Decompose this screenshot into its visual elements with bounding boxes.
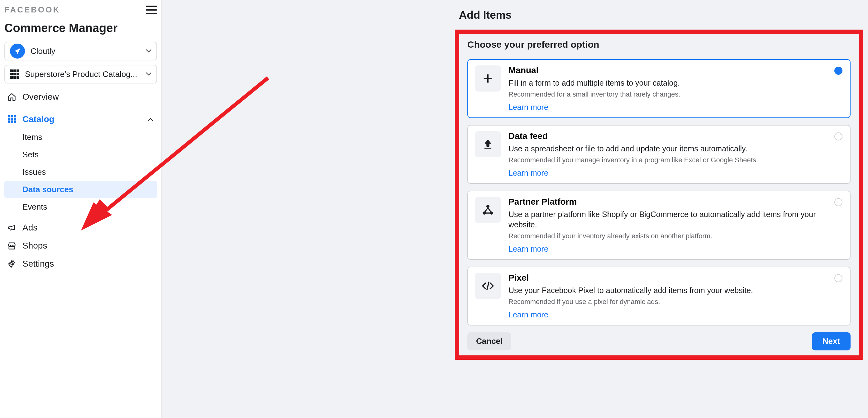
gear-icon bbox=[7, 259, 17, 268]
chevron-down-icon bbox=[146, 72, 151, 76]
business-avatar-icon bbox=[10, 43, 25, 59]
catalog-dropdown-label: Superstore's Product Catalog... bbox=[25, 69, 151, 79]
sidebar-divider bbox=[163, 0, 163, 418]
subnav-sets-label: Sets bbox=[23, 150, 39, 159]
subnav-items[interactable]: Items bbox=[4, 128, 157, 146]
option-feed-desc: Use a spreadsheet or file to add and upd… bbox=[508, 143, 843, 154]
cancel-button[interactable]: Cancel bbox=[467, 332, 511, 350]
catalog-dropdown[interactable]: Superstore's Product Catalog... bbox=[4, 65, 157, 84]
nav: Overview Catalog Items Sets Issues Data … bbox=[4, 88, 157, 273]
nav-settings[interactable]: Settings bbox=[4, 255, 157, 273]
subnav-issues[interactable]: Issues bbox=[4, 163, 157, 181]
option-pixel-learn[interactable]: Learn more bbox=[508, 310, 548, 319]
subnav-issues-label: Issues bbox=[23, 167, 46, 177]
nav-settings-label: Settings bbox=[23, 259, 54, 269]
nav-catalog-label: Catalog bbox=[23, 114, 55, 124]
option-data-feed[interactable]: Data feed Use a spreadsheet or file to a… bbox=[467, 125, 850, 184]
subnav-events[interactable]: Events bbox=[4, 198, 157, 216]
subnav-data-sources[interactable]: Data sources bbox=[4, 181, 157, 198]
radio-unselected-icon bbox=[834, 198, 842, 206]
page-title: Commerce Manager bbox=[4, 22, 157, 35]
radio-unselected-icon bbox=[834, 274, 842, 282]
option-manual-title: Manual bbox=[508, 65, 843, 75]
option-partner-platform[interactable]: Partner Platform Use a partner platform … bbox=[467, 191, 850, 260]
option-pixel-rec: Recommended if you use a pixel for dynam… bbox=[508, 298, 843, 306]
subnav-items-label: Items bbox=[23, 132, 42, 142]
nav-shops-label: Shops bbox=[23, 241, 47, 251]
dialog-button-row: Cancel Next bbox=[467, 332, 850, 350]
option-partner-desc: Use a partner platform like Shopify or B… bbox=[508, 209, 843, 230]
option-feed-title: Data feed bbox=[508, 131, 843, 141]
business-dropdown-label: Cloutly bbox=[31, 46, 151, 56]
option-feed-learn[interactable]: Learn more bbox=[508, 168, 548, 178]
plus-icon bbox=[475, 65, 501, 92]
option-manual-rec: Recommended for a small inventory that r… bbox=[508, 90, 843, 98]
nav-catalog-sub: Items Sets Issues Data sources Events bbox=[4, 128, 157, 216]
grid-icon bbox=[7, 115, 17, 123]
option-pixel[interactable]: Pixel Use your Facebook Pixel to automat… bbox=[467, 267, 850, 325]
nav-ads-label: Ads bbox=[23, 223, 37, 233]
home-icon bbox=[7, 93, 17, 101]
option-manual[interactable]: Manual Fill in a form to add multiple it… bbox=[467, 59, 850, 118]
hamburger-icon[interactable] bbox=[146, 6, 157, 14]
business-dropdown[interactable]: Cloutly bbox=[4, 42, 157, 60]
radio-selected-icon bbox=[834, 67, 842, 75]
option-pixel-desc: Use your Facebook Pixel to automatically… bbox=[508, 285, 843, 296]
sidebar: FACEBOOK Commerce Manager Cloutly Supers… bbox=[0, 0, 162, 418]
nav-overview-label: Overview bbox=[23, 92, 59, 102]
upload-icon bbox=[475, 131, 501, 157]
nav-overview[interactable]: Overview bbox=[4, 88, 157, 106]
nav-catalog[interactable]: Catalog bbox=[4, 110, 157, 128]
catalog-grid-icon bbox=[10, 69, 19, 79]
option-pixel-title: Pixel bbox=[508, 273, 843, 283]
megaphone-icon bbox=[7, 223, 17, 232]
facebook-brand: FACEBOOK bbox=[4, 5, 60, 14]
shop-icon bbox=[7, 242, 17, 250]
dialog-subtitle: Choose your preferred option bbox=[467, 39, 850, 50]
subnav-sets[interactable]: Sets bbox=[4, 146, 157, 163]
option-manual-desc: Fill in a form to add multiple items to … bbox=[508, 78, 843, 89]
svg-point-4 bbox=[486, 205, 490, 208]
code-icon bbox=[475, 273, 501, 299]
chevron-down-icon bbox=[146, 49, 151, 53]
option-partner-rec: Recommended if your inventory already ex… bbox=[508, 232, 843, 240]
dialog-panel: Choose your preferred option Manual Fill… bbox=[467, 39, 850, 350]
option-feed-rec: Recommended if you manage inventory in a… bbox=[508, 156, 843, 164]
chevron-up-icon bbox=[148, 118, 153, 121]
nav-shops[interactable]: Shops bbox=[4, 237, 157, 255]
next-button[interactable]: Next bbox=[812, 332, 850, 350]
subnav-data-sources-label: Data sources bbox=[23, 185, 73, 194]
dialog-title: Add Items bbox=[459, 9, 512, 21]
option-partner-title: Partner Platform bbox=[508, 197, 843, 207]
partner-icon bbox=[475, 197, 501, 223]
option-partner-learn[interactable]: Learn more bbox=[508, 245, 548, 254]
option-manual-learn[interactable]: Learn more bbox=[508, 103, 548, 112]
subnav-events-label: Events bbox=[23, 202, 48, 212]
radio-unselected-icon bbox=[834, 132, 842, 140]
sidebar-header: FACEBOOK bbox=[4, 5, 157, 17]
nav-ads[interactable]: Ads bbox=[4, 219, 157, 237]
